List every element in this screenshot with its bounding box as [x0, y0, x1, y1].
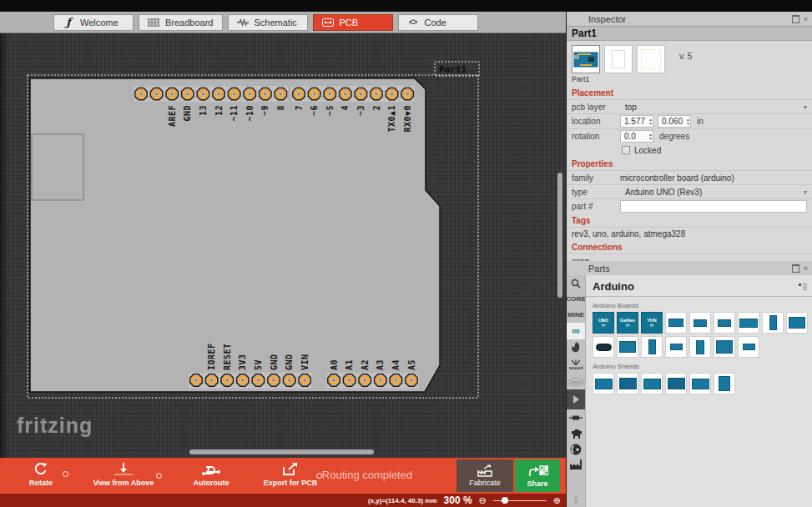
pcb-pad-hole: [248, 93, 251, 96]
parts-mine-tab[interactable]: MINE: [567, 307, 585, 323]
pcb-pin-label: GND: [285, 354, 294, 370]
bin-menu-icon[interactable]: [799, 284, 807, 290]
pcb-pad-hole: [288, 379, 291, 382]
breadboard-view-thumbnail[interactable]: [572, 45, 600, 73]
schematic-view-thumbnail[interactable]: [604, 45, 633, 73]
pcb-canvas[interactable]: Part1AREFGND1312~11~10~987~6~54~32TX0▲1R…: [0, 33, 566, 458]
zoom-slider-knob[interactable]: [502, 497, 508, 504]
parts-fab-tab[interactable]: [567, 457, 585, 473]
parts-video-tab[interactable]: [567, 389, 585, 409]
part-thumbnail[interactable]: [617, 336, 638, 358]
part-thumbnail[interactable]: [738, 312, 759, 334]
zoom-in-button[interactable]: ⊕: [553, 496, 561, 505]
parts-arduino-tab[interactable]: ∞: [567, 323, 585, 339]
part-number-input[interactable]: [620, 200, 807, 213]
location-y-spinner[interactable]: 0.060▴▾: [658, 115, 691, 128]
pcb-pad-hole: [313, 93, 316, 96]
parts-close-icon[interactable]: ×: [804, 264, 808, 273]
part-thumbnail[interactable]: [665, 312, 687, 334]
pcb-pad-hole: [256, 379, 260, 382]
inspector-float-icon[interactable]: [792, 15, 799, 23]
zoom-out-button[interactable]: ⊖: [479, 496, 487, 505]
part-view-thumbnails: v. 5: [567, 41, 812, 73]
parts-snootlab-tab[interactable]: [567, 425, 585, 441]
part-thumbnail[interactable]: Galileo∞: [617, 312, 638, 334]
right-panel: Inspector × Part1 v. 5 Part1 Placement p…: [566, 12, 812, 507]
location-x-spinner[interactable]: 1.577▴▾: [620, 115, 653, 128]
share-button[interactable]: Share: [515, 459, 560, 492]
part-thumbnail[interactable]: [714, 373, 735, 394]
parts-core-tab[interactable]: CORE: [567, 291, 585, 307]
parts-bin-scroll-arrows[interactable]: ▲ ▼: [567, 491, 585, 507]
properties-header: Properties: [567, 157, 812, 170]
fabricate-button[interactable]: Fabricate: [456, 459, 513, 492]
rotation-value: 0.0: [624, 132, 649, 141]
parts-sparkfun-tab[interactable]: [567, 339, 585, 355]
parts-bin-strip: CORE MINE ∞ seeed intel: [567, 275, 586, 507]
pcb-pad-hole: [297, 93, 300, 96]
part-thumbnail[interactable]: [665, 373, 687, 394]
pcb-view-thumbnail[interactable]: [637, 45, 665, 73]
tab-breadboard[interactable]: Breadboard: [139, 14, 223, 31]
rotate-button[interactable]: Rotate: [12, 461, 70, 487]
inspector-close-icon[interactable]: ×: [804, 15, 808, 23]
pcb-pad-hole: [279, 93, 282, 96]
pcb-pin-label: 7: [295, 105, 304, 111]
pcb-layer-dropdown[interactable]: top ▾: [620, 103, 807, 112]
part-thumbnail[interactable]: [689, 312, 711, 334]
canvas-horizontal-scrollbar[interactable]: [189, 449, 374, 454]
locked-checkbox[interactable]: [622, 146, 630, 154]
tab-welcome[interactable]: ƒ Welcome: [53, 14, 134, 31]
parts-intel-tab[interactable]: intel: [567, 374, 585, 389]
part-thumbnail[interactable]: [641, 336, 663, 358]
resistor-icon: [569, 415, 583, 420]
type-dropdown[interactable]: Arduino UNO (Rev3) ▾: [620, 188, 807, 197]
view-from-above-button[interactable]: View from Above: [80, 461, 167, 487]
part-thumbnail[interactable]: [593, 336, 614, 358]
part-thumbnail[interactable]: [665, 336, 687, 358]
part-thumbnail[interactable]: UNO∞: [593, 312, 614, 334]
part-thumbnail[interactable]: [714, 336, 735, 358]
part-thumbnail[interactable]: [689, 336, 711, 358]
pcb-pad-hole: [410, 379, 413, 382]
canvas-vertical-scrollbar[interactable]: [557, 173, 562, 298]
arduino-shields-row: [593, 373, 812, 394]
part-thumbnail[interactable]: [738, 336, 759, 358]
fabricate-label: Fabricate: [469, 479, 501, 487]
pcb-pad-hole: [217, 93, 220, 96]
parts-search-tab[interactable]: [567, 275, 585, 291]
pcb-board-part1[interactable]: [30, 78, 440, 392]
parts-float-icon[interactable]: [792, 264, 799, 273]
part-thumbnail[interactable]: [617, 373, 638, 394]
tab-schematic[interactable]: Schematic: [228, 14, 308, 31]
tab-label: Breadboard: [165, 18, 214, 28]
board-graphic: [643, 379, 661, 389]
part-thumbnail[interactable]: [641, 373, 663, 394]
part-thumbnail[interactable]: [762, 312, 784, 334]
location-y-value: 0.060: [662, 117, 687, 126]
autoroute-button[interactable]: Autoroute: [179, 461, 244, 487]
pcb-layer-label: pcb layer: [572, 103, 620, 112]
rotation-spinner[interactable]: 0.0▴▾: [620, 130, 653, 143]
part-thumbnail[interactable]: [714, 312, 735, 334]
rotate-menu-badge[interactable]: [63, 471, 68, 477]
view-menu-badge[interactable]: [156, 473, 162, 479]
parts-bin-content: Arduino Arduino Boards UNO∞Galileo∞YUN∞ …: [586, 275, 812, 507]
seeed-label: seeed: [568, 365, 583, 370]
parts-resistor-tab[interactable]: [567, 409, 585, 425]
breadboard-icon: [148, 18, 159, 27]
part-thumbnail[interactable]: YUN∞: [641, 312, 663, 334]
parts-seeed-tab[interactable]: seeed: [567, 355, 585, 374]
factory-icon: [569, 459, 583, 470]
part-thumbnail[interactable]: [593, 373, 614, 394]
pcb-pin-label: AREF: [168, 105, 177, 127]
zoom-slider[interactable]: [493, 496, 547, 504]
parts-parallax-tab[interactable]: [567, 441, 585, 457]
view-switcher: ƒ Welcome Breadboard Schematic PCB <> Co…: [0, 12, 566, 33]
part-thumbnail[interactable]: [689, 373, 711, 394]
board-graphic: [619, 341, 636, 353]
part-thumbnail[interactable]: [786, 312, 808, 334]
pcb-pad-hole: [406, 93, 409, 96]
tab-code[interactable]: <> Code: [398, 14, 478, 31]
tab-pcb[interactable]: PCB: [313, 14, 393, 31]
